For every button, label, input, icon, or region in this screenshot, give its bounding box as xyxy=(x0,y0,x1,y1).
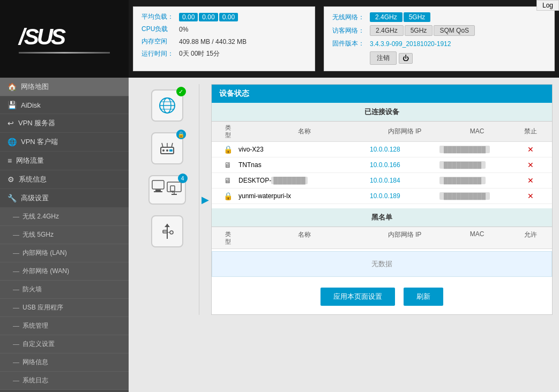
sidebar-item-wireless-24[interactable]: — 无线 2.4GHz xyxy=(0,208,129,226)
device-block-0[interactable]: ✕ xyxy=(527,145,534,154)
dash-icon-4: — xyxy=(13,286,19,293)
sidebar-item-extension[interactable]: ✈ Extension Settings xyxy=(0,390,129,392)
device-name-3: yunmi-waterpuri-lx xyxy=(238,192,370,200)
sidebar-item-wan[interactable]: — 外部网络 (WAN) xyxy=(0,262,129,281)
sidebar-label-lan: 内部网络 (LAN) xyxy=(23,248,67,258)
dash-icon-2: — xyxy=(13,250,19,257)
device-type-3: 🔒 xyxy=(217,192,238,200)
usb-icon xyxy=(158,222,177,241)
device-block-3[interactable]: ✕ xyxy=(527,192,534,200)
router-icon-item: 🔒 xyxy=(151,132,183,164)
log-button[interactable]: Log xyxy=(536,0,559,11)
col-type-header: 类型 xyxy=(217,124,238,139)
sidebar-label-wan: 外部网络 (WAN) xyxy=(23,267,69,276)
guest-24-btn[interactable]: 2.4GHz xyxy=(370,25,404,36)
power-button[interactable]: ⏻ xyxy=(399,53,413,64)
sidebar-item-vpn-server[interactable]: ↩ VPN 服务器 xyxy=(0,114,129,133)
wireless-5-btn[interactable]: 5GHz xyxy=(404,12,431,22)
sidebar-item-sysinfo[interactable]: ⚙ 系统信息 xyxy=(0,170,129,189)
content-area: ✓ xyxy=(129,78,559,392)
svg-rect-12 xyxy=(152,180,164,189)
wireless-24-btn[interactable]: 2.4GHz xyxy=(370,12,403,22)
svg-point-10 xyxy=(166,149,168,152)
asus-logo: /SUS xyxy=(19,24,110,50)
sidebar-item-network-map[interactable]: 🏠 网络地图 xyxy=(0,78,129,96)
vpn-server-icon: ↩ xyxy=(8,119,14,127)
col-name-header: 名称 xyxy=(238,127,370,136)
table-row: 🖥 TNTnas 10.0.0.166 █████████ ✕ xyxy=(212,157,552,173)
sidebar-item-net-info[interactable]: — 网络信息 xyxy=(0,353,129,372)
usb-icon-circle xyxy=(151,215,183,247)
svg-rect-14 xyxy=(154,191,162,192)
bl-col-name: 名称 xyxy=(238,230,370,246)
lock-icon-3: 🔒 xyxy=(223,192,233,200)
sqm-btn[interactable]: SQM QoS xyxy=(434,25,475,36)
sidebar-label-net-info: 网络信息 xyxy=(23,358,48,367)
sidebar-label-sysinfo: 系统信息 xyxy=(19,175,47,184)
connected-title: 已连接设备 xyxy=(212,103,552,122)
sidebar-label-advanced: 高级设置 xyxy=(21,193,49,203)
dash-icon-5: — xyxy=(13,304,19,312)
device-status-panel: 设备状态 已连接设备 类型 名称 内部网络 IP MAC 禁止 🔒 xyxy=(211,84,553,315)
bottom-buttons: 应用本页面设置 刷新 xyxy=(212,279,552,314)
device-mac-2: █████████ xyxy=(439,177,486,184)
uptime-label: 运行时间： xyxy=(141,49,179,58)
sidebar-label-traffic: 网络流量 xyxy=(16,156,44,165)
device-block-2[interactable]: ✕ xyxy=(527,176,534,185)
sidebar-item-advanced[interactable]: 🔧 高级设置 xyxy=(0,189,129,208)
sidebar-item-firewall[interactable]: — 防火墙 xyxy=(0,281,129,299)
sidebar-label-vpn-server: VPN 服务器 xyxy=(18,118,55,128)
network-map-icons: ✓ xyxy=(135,84,199,315)
table-row: 🖥 DESKTOP-███████ 10.0.0.184 █████████ ✕ xyxy=(212,173,552,189)
sidebar-item-lan[interactable]: — 内部网络 (LAN) xyxy=(0,244,129,262)
sidebar-label-vpn-client: VPN 客户端 xyxy=(21,137,58,147)
device-ip-2[interactable]: 10.0.0.184 xyxy=(370,177,439,184)
svg-rect-11 xyxy=(169,149,173,152)
sidebar-item-sys-log[interactable]: — 系统日志 xyxy=(0,372,129,390)
sidebar-item-traffic[interactable]: ≡ 网络流量 xyxy=(0,152,129,170)
internet-status-badge: ✓ xyxy=(176,87,186,96)
cpu-value: 0% xyxy=(179,26,188,33)
sidebar-item-aidisk[interactable]: 💾 AiDisk xyxy=(0,96,129,114)
sidebar-item-wireless-5[interactable]: — 无线 5GHz xyxy=(0,226,129,244)
col-mac-header: MAC xyxy=(439,127,515,135)
guest-5-btn[interactable]: 5GHz xyxy=(405,25,433,36)
router-icon xyxy=(158,139,177,158)
sidebar-label-wireless-24: 无线 2.4GHz xyxy=(23,212,59,221)
sidebar-item-sys-admin[interactable]: — 系统管理 xyxy=(0,317,129,335)
sidebar-label-custom: 自定义设置 xyxy=(23,340,55,349)
apply-button[interactable]: 应用本页面设置 xyxy=(321,288,395,306)
svg-line-8 xyxy=(172,143,173,147)
cancel-button[interactable]: 注销 xyxy=(370,51,397,65)
gear-icon: ⚙ xyxy=(8,175,14,184)
sidebar-item-vpn-client[interactable]: 🌐 VPN 客户端 xyxy=(0,133,129,152)
svg-line-6 xyxy=(162,143,163,147)
svg-point-9 xyxy=(162,149,165,152)
refresh-button[interactable]: 刷新 xyxy=(404,288,443,306)
col-forbid-header: 禁止 xyxy=(515,127,547,136)
connected-header-row: 类型 名称 内部网络 IP MAC 禁止 xyxy=(212,122,552,142)
sidebar-item-custom[interactable]: — 自定义设置 xyxy=(0,335,129,353)
mem-value: 409.88 MB / 440.32 MB xyxy=(179,38,247,46)
traffic-icon: ≡ xyxy=(8,156,12,165)
sidebar-label-aidisk: AiDisk xyxy=(21,101,41,109)
lock-icon-0: 🔒 xyxy=(223,145,233,154)
device-ip-3[interactable]: 10.0.0.189 xyxy=(370,192,439,200)
device-block-1[interactable]: ✕ xyxy=(527,161,534,169)
svg-rect-18 xyxy=(170,186,175,191)
wrench-icon: 🔧 xyxy=(8,194,17,202)
monitor-icon-2: 🖥 xyxy=(224,176,232,185)
dash-icon-3: — xyxy=(13,268,19,275)
logo-area: /SUS xyxy=(0,0,129,78)
device-mac-3: ██████████ xyxy=(439,192,490,200)
svg-rect-15 xyxy=(167,182,181,192)
wireless-panel: 无线网络： 2.4GHz 5GHz 访客网络： 2.4GHz 5GHz SQM … xyxy=(324,6,555,71)
device-ip-1[interactable]: 10.0.0.166 xyxy=(370,161,439,169)
load-val-2: 0.00 xyxy=(199,13,218,21)
device-ip-0[interactable]: 10.0.0.128 xyxy=(370,146,439,153)
svg-point-24 xyxy=(170,231,173,234)
dash-icon-0: — xyxy=(13,213,19,221)
blacklist-title: 黑名单 xyxy=(212,208,552,227)
sidebar-item-usb-apps[interactable]: — USB 应用程序 xyxy=(0,299,129,317)
device-mac-0: ██████████ xyxy=(439,146,490,153)
